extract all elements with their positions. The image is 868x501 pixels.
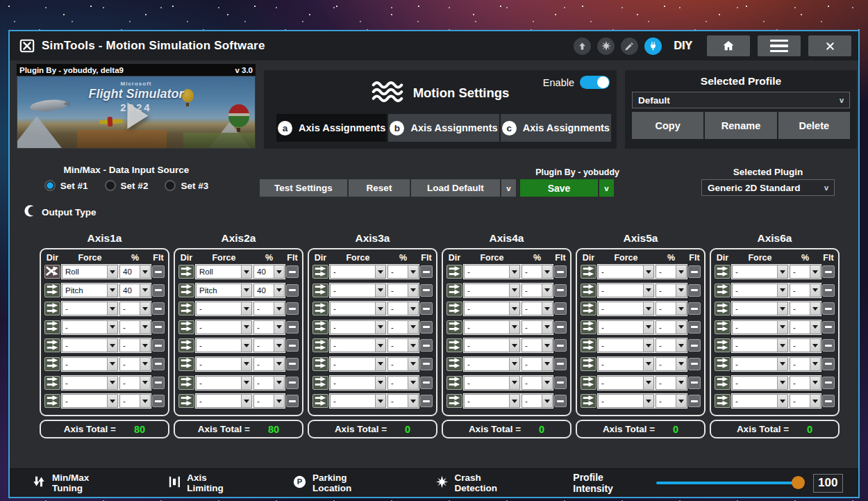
force-select[interactable]: - (62, 338, 118, 352)
direction-button-straight[interactable] (446, 320, 462, 334)
percent-select[interactable]: 40 (119, 284, 151, 297)
tab-axis-assignments-c[interactable]: c Axis Assignments (501, 114, 611, 142)
force-select[interactable]: - (464, 320, 520, 334)
direction-button-straight[interactable] (581, 265, 596, 279)
force-select[interactable]: - (330, 320, 386, 334)
percent-select[interactable]: - (119, 376, 151, 390)
percent-select[interactable]: - (253, 357, 285, 371)
force-select[interactable]: - (62, 320, 118, 334)
direction-button-straight[interactable] (581, 284, 596, 297)
direction-button-straight[interactable] (312, 265, 328, 279)
force-select[interactable]: - (732, 357, 788, 371)
dropdown-arrow-icon[interactable] (408, 339, 418, 352)
percent-select[interactable]: - (656, 376, 687, 390)
force-select[interactable]: - (196, 338, 252, 352)
filter-button[interactable] (554, 265, 567, 278)
dropdown-arrow-icon[interactable] (241, 265, 251, 278)
force-select[interactable]: - (598, 376, 654, 390)
dropdown-arrow-icon[interactable] (643, 302, 653, 315)
percent-select[interactable]: - (790, 284, 821, 297)
filter-button[interactable] (688, 302, 701, 315)
percent-select[interactable]: - (656, 357, 687, 371)
dropdown-arrow-icon[interactable] (509, 265, 519, 278)
dropdown-arrow-icon[interactable] (107, 339, 117, 352)
dropdown-arrow-icon[interactable] (676, 321, 686, 334)
direction-button-straight[interactable] (312, 284, 328, 297)
direction-button-straight[interactable] (178, 320, 194, 334)
profile-intensity-slider[interactable] (656, 482, 802, 484)
filter-button[interactable] (554, 339, 567, 352)
filter-button[interactable] (554, 377, 567, 389)
direction-button-straight[interactable] (178, 284, 194, 297)
dropdown-arrow-icon[interactable] (140, 265, 150, 278)
dropdown-arrow-icon[interactable] (810, 339, 820, 352)
dropdown-arrow-icon[interactable] (274, 265, 284, 278)
percent-select[interactable]: - (119, 320, 151, 334)
direction-button-straight[interactable] (312, 302, 328, 315)
force-select[interactable]: - (598, 394, 654, 408)
percent-select[interactable]: - (656, 284, 687, 297)
filter-button[interactable] (688, 265, 701, 278)
filter-button[interactable] (152, 339, 165, 352)
tab-axis-assignments-a[interactable]: a Axis Assignments (276, 114, 387, 142)
dropdown-arrow-icon[interactable] (375, 358, 385, 370)
dropdown-arrow-icon[interactable] (810, 302, 820, 315)
dropdown-arrow-icon[interactable] (140, 284, 150, 297)
percent-select[interactable]: - (521, 265, 553, 279)
filter-button[interactable] (822, 377, 835, 389)
percent-select[interactable]: - (387, 338, 419, 352)
dropdown-arrow-icon[interactable] (509, 339, 519, 352)
force-select[interactable]: - (464, 284, 520, 297)
dropdown-arrow-icon[interactable] (241, 395, 251, 407)
percent-select[interactable]: - (656, 302, 687, 315)
dropdown-arrow-icon[interactable] (509, 302, 519, 315)
filter-button[interactable] (554, 302, 567, 315)
dropdown-arrow-icon[interactable] (810, 377, 820, 389)
dropdown-arrow-icon[interactable] (810, 265, 820, 278)
profile-select[interactable]: Default v (632, 92, 850, 108)
force-select[interactable]: Roll (62, 265, 118, 279)
force-select[interactable]: - (464, 357, 520, 371)
direction-button-straight[interactable] (581, 394, 596, 408)
dropdown-arrow-icon[interactable] (542, 302, 552, 315)
direction-button-straight[interactable] (715, 320, 731, 334)
filter-button[interactable] (688, 377, 701, 389)
filter-button[interactable] (152, 395, 165, 407)
dropdown-arrow-icon[interactable] (643, 321, 653, 334)
dropdown-arrow-icon[interactable] (408, 377, 418, 389)
dropdown-arrow-icon[interactable] (375, 395, 385, 407)
delete-button[interactable]: Delete (778, 112, 850, 139)
force-select[interactable]: - (464, 376, 520, 390)
dropdown-arrow-icon[interactable] (676, 339, 686, 352)
direction-button-straight[interactable] (446, 338, 462, 352)
force-select[interactable]: - (196, 394, 252, 408)
filter-button[interactable] (822, 284, 835, 297)
dropdown-arrow-icon[interactable] (274, 358, 284, 370)
dropdown-arrow-icon[interactable] (107, 321, 117, 334)
save-button[interactable]: Save (520, 179, 598, 197)
direction-button-straight[interactable] (446, 265, 462, 279)
dropdown-arrow-icon[interactable] (375, 265, 385, 278)
direction-button-straight[interactable] (178, 394, 194, 408)
dropdown-arrow-icon[interactable] (777, 284, 787, 297)
dropdown-arrow-icon[interactable] (140, 302, 150, 315)
filter-button[interactable] (152, 377, 165, 389)
force-select[interactable]: - (330, 302, 386, 315)
dropdown-arrow-icon[interactable] (107, 377, 117, 389)
force-select[interactable]: - (62, 357, 118, 371)
filter-button[interactable] (420, 377, 433, 389)
dropdown-arrow-icon[interactable] (107, 284, 117, 297)
dropdown-arrow-icon[interactable] (542, 358, 552, 370)
direction-button-straight[interactable] (581, 302, 596, 315)
dropdown-arrow-icon[interactable] (777, 339, 787, 352)
dropdown-arrow-icon[interactable] (274, 302, 284, 315)
force-select[interactable]: - (732, 302, 788, 315)
dropdown-arrow-icon[interactable] (241, 302, 251, 315)
dropdown-arrow-icon[interactable] (241, 284, 251, 297)
filter-button[interactable] (286, 265, 299, 278)
filter-button[interactable] (688, 321, 701, 334)
dropdown-arrow-icon[interactable] (777, 395, 787, 407)
rename-button[interactable]: Rename (705, 112, 776, 139)
dropdown-arrow-icon[interactable] (777, 302, 787, 315)
filter-button[interactable] (554, 395, 567, 407)
